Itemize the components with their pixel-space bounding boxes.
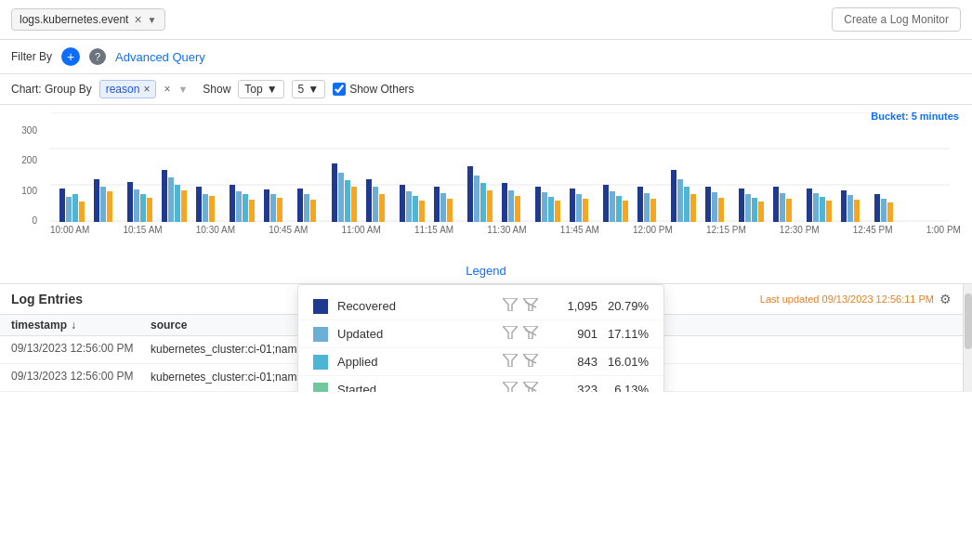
svg-rect-62: [616, 196, 622, 222]
create-monitor-button[interactable]: Create a Log Monitor: [832, 7, 961, 32]
legend-toggle[interactable]: Legend: [0, 258, 972, 284]
filter-bar: Filter By + ? Advanced Query: [0, 40, 972, 74]
legend-color-updated: [313, 327, 328, 342]
svg-rect-18: [181, 190, 187, 222]
svg-rect-47: [474, 176, 479, 222]
legend-count-applied: 843: [551, 355, 598, 369]
add-filter-button[interactable]: +: [61, 47, 80, 66]
svg-rect-71: [705, 187, 711, 222]
legend-icons: [503, 382, 538, 392]
svg-rect-28: [277, 198, 282, 222]
legend-pct-updated: 17.11%: [598, 327, 649, 341]
show-label: Show: [203, 83, 230, 96]
svg-rect-27: [270, 194, 276, 222]
legend-color-applied: [313, 355, 328, 370]
svg-rect-75: [745, 194, 751, 222]
svg-rect-77: [758, 202, 764, 222]
svg-rect-61: [610, 191, 615, 222]
col-timestamp: timestamp ↓: [11, 319, 151, 332]
svg-rect-87: [854, 200, 860, 222]
filter-icon[interactable]: [503, 354, 518, 370]
source-label: logs.kubernetes.event: [20, 13, 128, 26]
y-axis: 300 200 100 0: [11, 125, 37, 226]
svg-rect-24: [243, 194, 248, 222]
exclude-icon[interactable]: [523, 382, 538, 392]
show-others-checkbox[interactable]: [333, 83, 346, 96]
svg-rect-19: [196, 187, 202, 222]
svg-rect-44: [440, 193, 446, 222]
svg-rect-82: [813, 193, 819, 222]
svg-rect-50: [502, 183, 507, 222]
legend-pct-started: 6.13%: [598, 383, 649, 392]
svg-rect-40: [406, 191, 412, 222]
svg-rect-26: [264, 189, 269, 222]
legend-icons: [503, 326, 538, 342]
svg-rect-5: [66, 197, 72, 222]
settings-icon[interactable]: ⚙: [939, 292, 952, 306]
svg-rect-88: [874, 194, 880, 222]
exclude-icon[interactable]: [523, 326, 538, 342]
svg-rect-11: [127, 182, 133, 222]
svg-rect-59: [583, 199, 588, 222]
svg-rect-73: [718, 198, 724, 222]
legend-item-recovered: Recovered 1,095 20.79%: [298, 293, 663, 320]
legend-name-started: Started: [337, 383, 503, 392]
advanced-query-link[interactable]: Advanced Query: [115, 50, 205, 64]
tag-label: reason: [106, 83, 140, 96]
svg-rect-41: [413, 196, 418, 222]
svg-rect-13: [140, 194, 146, 222]
source-close-icon[interactable]: ×: [134, 12, 141, 27]
svg-rect-22: [230, 185, 235, 222]
dropdown-toggle[interactable]: ▼: [177, 84, 188, 95]
exclude-icon[interactable]: [523, 354, 538, 370]
sort-icon[interactable]: ↓: [71, 319, 76, 332]
svg-rect-84: [826, 201, 832, 222]
filter-icon[interactable]: [503, 326, 518, 342]
filter-icon[interactable]: [503, 298, 518, 314]
legend-item-started: Started 323 6.13%: [298, 376, 663, 392]
svg-rect-15: [162, 170, 167, 222]
svg-rect-60: [603, 185, 609, 222]
svg-rect-76: [752, 198, 757, 222]
show-others-wrap: Show Others: [333, 83, 414, 96]
svg-marker-94: [503, 326, 518, 339]
exclude-icon[interactable]: [523, 298, 538, 314]
bucket-value: 5 minutes: [912, 111, 959, 122]
source-tag: logs.kubernetes.event × ▼: [11, 8, 165, 31]
svg-rect-67: [671, 170, 676, 222]
legend-count-updated: 901: [551, 327, 598, 341]
svg-rect-89: [881, 199, 887, 222]
svg-rect-9: [100, 187, 106, 222]
top-bar: logs.kubernetes.event × ▼ Create a Log M…: [0, 0, 972, 40]
svg-rect-38: [379, 194, 385, 222]
scrollbar-thumb[interactable]: [965, 293, 972, 349]
show-select[interactable]: Top ▼: [238, 80, 283, 98]
svg-rect-46: [467, 166, 473, 222]
tag-close-icon[interactable]: ×: [143, 83, 150, 96]
chart-area: Bucket: 5 minutes 300 200 100 0: [0, 105, 972, 258]
svg-rect-37: [373, 187, 378, 222]
count-select[interactable]: 5 ▼: [292, 80, 326, 98]
legend-popup: Recovered 1,095 20.79% Updated: [297, 284, 664, 392]
svg-rect-49: [487, 190, 493, 222]
svg-rect-54: [542, 192, 547, 222]
source-dropdown-icon[interactable]: ▼: [148, 15, 157, 25]
svg-rect-66: [650, 199, 656, 222]
help-button[interactable]: ?: [89, 48, 106, 65]
main-content: Log Entries Last updated 09/13/2023 12:5…: [0, 284, 972, 392]
scrollbar[interactable]: [963, 284, 972, 392]
legend-count-started: 323: [551, 383, 598, 392]
legend-pct-recovered: 20.79%: [598, 299, 649, 313]
clear-button[interactable]: ×: [164, 83, 170, 96]
cell-timestamp: 09/13/2023 12:56:00 PM: [11, 342, 151, 358]
svg-rect-42: [419, 201, 425, 222]
x-axis: 10:00 AM 10:15 AM 10:30 AM 10:45 AM 11:0…: [50, 222, 961, 238]
filter-icon[interactable]: [503, 382, 518, 392]
svg-rect-86: [847, 195, 853, 222]
svg-rect-34: [345, 180, 350, 222]
svg-rect-85: [841, 190, 847, 222]
legend-count-recovered: 1,095: [551, 299, 598, 313]
svg-rect-83: [820, 197, 825, 222]
svg-rect-64: [637, 187, 643, 222]
svg-rect-72: [712, 192, 717, 222]
